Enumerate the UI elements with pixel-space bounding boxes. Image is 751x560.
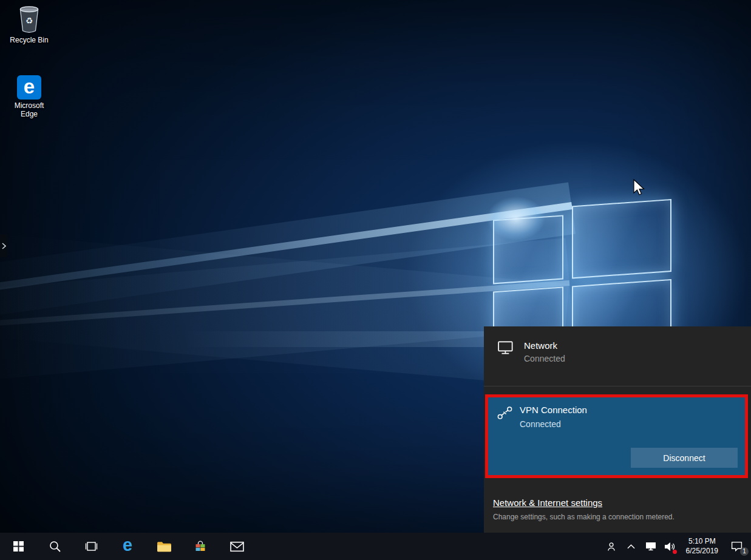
- desktop-icon-microsoft-edge[interactable]: e Microsoft Edge: [7, 75, 51, 119]
- edge-icon: e: [123, 536, 132, 556]
- disconnect-button[interactable]: Disconnect: [631, 448, 738, 468]
- recycle-bin-icon: ♻: [16, 5, 42, 34]
- task-view-icon: [85, 541, 98, 552]
- taskbar-left: e: [0, 533, 259, 560]
- clock-date: 6/25/2019: [686, 547, 718, 556]
- network-internet-settings-link[interactable]: Network & Internet settings: [493, 498, 602, 508]
- chevron-up-icon: [627, 544, 635, 549]
- taskbar-clock[interactable]: 5:10 PM 6/25/2019: [680, 533, 724, 560]
- action-center-button[interactable]: 1: [724, 533, 749, 560]
- mail-icon: [230, 541, 244, 552]
- vpn-connection-item[interactable]: VPN Connection Connected Disconnect: [488, 397, 745, 475]
- desktop-icon-label: Microsoft Edge: [7, 102, 51, 119]
- search-button[interactable]: [40, 533, 69, 560]
- network-list-item[interactable]: Network Connected: [484, 326, 751, 385]
- chevron-right-icon: [2, 243, 6, 249]
- vpn-icon: [497, 405, 513, 420]
- search-icon: [49, 541, 61, 552]
- network-status: Connected: [524, 354, 565, 363]
- volume-alert-badge: [673, 550, 677, 554]
- network-status-icon: [645, 542, 656, 551]
- desktop-icon-recycle-bin[interactable]: ♻ Recycle Bin: [7, 5, 51, 45]
- desktop-icon-label: Recycle Bin: [10, 36, 48, 45]
- start-button[interactable]: [4, 533, 33, 560]
- annotation-highlight-box: VPN Connection Connected Disconnect: [485, 394, 748, 478]
- wallpaper-glow: [480, 191, 552, 246]
- task-view-button[interactable]: [76, 533, 106, 560]
- mouse-cursor: [633, 179, 647, 196]
- store-button[interactable]: [186, 533, 215, 560]
- people-icon: [607, 542, 617, 552]
- system-tray: 5:10 PM 6/25/2019 1: [602, 533, 751, 560]
- taskbar: e: [0, 533, 751, 560]
- tray-network-button[interactable]: [641, 533, 661, 560]
- flyout-footer: Network & Internet settings Change setti…: [493, 498, 742, 521]
- window-pane: [572, 199, 671, 278]
- settings-hint: Change settings, such as making a connec…: [493, 513, 742, 521]
- notification-count-badge: 1: [740, 547, 749, 556]
- tray-volume-button[interactable]: [661, 533, 680, 560]
- ethernet-icon: [497, 340, 515, 356]
- people-button[interactable]: [602, 533, 622, 560]
- svg-text:♻: ♻: [25, 16, 33, 25]
- store-icon: [194, 541, 206, 553]
- file-explorer-icon: [157, 541, 172, 553]
- vpn-icon-wrap: [497, 405, 513, 423]
- screen: ♻ Recycle Bin e Microsoft Edge Network C…: [0, 0, 751, 560]
- taskbar-edge-button[interactable]: e: [113, 533, 142, 560]
- vpn-name: VPN Connection: [520, 405, 587, 415]
- file-explorer-button[interactable]: [149, 533, 178, 560]
- tray-chevron-button[interactable]: [622, 533, 641, 560]
- clock-time: 5:10 PM: [686, 537, 718, 547]
- divider: [484, 386, 751, 386]
- mail-button[interactable]: [222, 533, 251, 560]
- edge-letter: e: [24, 76, 35, 96]
- vpn-status: Connected: [520, 419, 561, 429]
- edge-icon: e: [17, 75, 41, 100]
- collapsed-panel-arrow[interactable]: [0, 234, 8, 257]
- start-icon: [13, 541, 24, 552]
- network-name: Network: [524, 340, 565, 351]
